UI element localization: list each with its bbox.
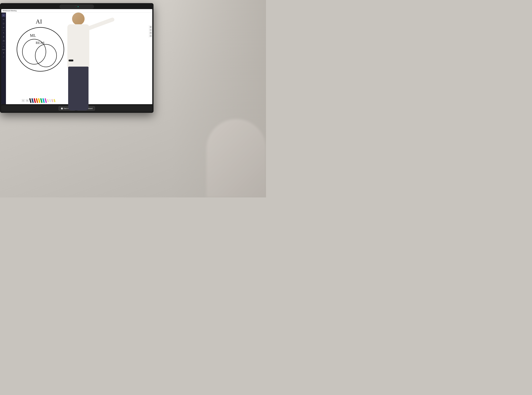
person-wristband bbox=[69, 60, 73, 61]
svg-text:ML: ML bbox=[30, 33, 36, 38]
marker-red[interactable] bbox=[33, 98, 36, 103]
marker-black[interactable] bbox=[29, 98, 32, 103]
svg-text:AI: AI bbox=[36, 18, 42, 25]
sidebar-icon-screen[interactable]: ▭ bbox=[2, 17, 5, 21]
marker-cyan[interactable] bbox=[42, 98, 45, 103]
sidebar-icon-zoom-in[interactable]: + bbox=[2, 51, 5, 55]
camera-lens bbox=[75, 6, 77, 7]
svg-point-4 bbox=[22, 39, 46, 64]
sidebar-icon-cursor[interactable]: ↖ bbox=[2, 31, 5, 35]
sidebar-icon-home[interactable]: ⌂ bbox=[2, 13, 5, 17]
zoom-right-icon[interactable]: ⊕ bbox=[149, 26, 152, 28]
marker-light-blue[interactable] bbox=[49, 99, 51, 102]
sidebar-icon-import[interactable]: ↩ bbox=[2, 26, 5, 29]
person-legs bbox=[68, 67, 88, 110]
sidebar-icon-layers[interactable]: ❐ bbox=[2, 39, 5, 43]
settings-right-icon[interactable]: ≡ bbox=[149, 35, 152, 37]
presenter-person bbox=[58, 12, 102, 114]
svg-point-5 bbox=[35, 44, 57, 67]
titlebar: Whiteboard Meeting bbox=[1, 9, 152, 12]
observer-foreground bbox=[206, 119, 266, 198]
marker-pink[interactable] bbox=[51, 99, 54, 102]
marker-orange[interactable] bbox=[36, 98, 38, 103]
marker-green[interactable] bbox=[40, 98, 43, 103]
camera-bar bbox=[60, 4, 94, 9]
sidebar-icon-grid[interactable]: ⠿ bbox=[2, 35, 5, 39]
sidebar-icon-fit[interactable]: ⤢ bbox=[2, 55, 5, 59]
rotate-tool[interactable]: ↻ bbox=[26, 99, 29, 102]
app-title: Whiteboard Meeting bbox=[2, 10, 16, 11]
left-sidebar: ⌂ ▭ ▢ ↩ ↖ ⠿ ❐ − 100% + ⤢ bbox=[1, 12, 6, 104]
marker-lime[interactable] bbox=[54, 99, 56, 102]
sidebar-icon-monitor[interactable]: ▢ bbox=[2, 22, 5, 25]
marker-navy[interactable] bbox=[31, 98, 34, 103]
marker-purple[interactable] bbox=[44, 98, 47, 103]
marker-yellow[interactable] bbox=[38, 98, 40, 103]
person-body bbox=[67, 24, 89, 68]
sidebar-icon-zoom-out[interactable]: − bbox=[2, 45, 5, 48]
person-head bbox=[72, 12, 85, 25]
svg-point-1 bbox=[17, 27, 64, 71]
right-toolbar: ⊕ ↖ ❐ ≡ bbox=[149, 25, 152, 38]
cursor-tool[interactable]: ↖ bbox=[22, 99, 25, 102]
zoom-level: 100% bbox=[2, 49, 5, 50]
select-right-icon[interactable]: ↖ bbox=[149, 29, 152, 31]
markers-toolbar: ↖ ↻ bbox=[22, 98, 55, 103]
layers-right-icon[interactable]: ❐ bbox=[149, 32, 152, 34]
marker-cream[interactable] bbox=[47, 99, 49, 102]
camera-indicator bbox=[78, 6, 78, 7]
